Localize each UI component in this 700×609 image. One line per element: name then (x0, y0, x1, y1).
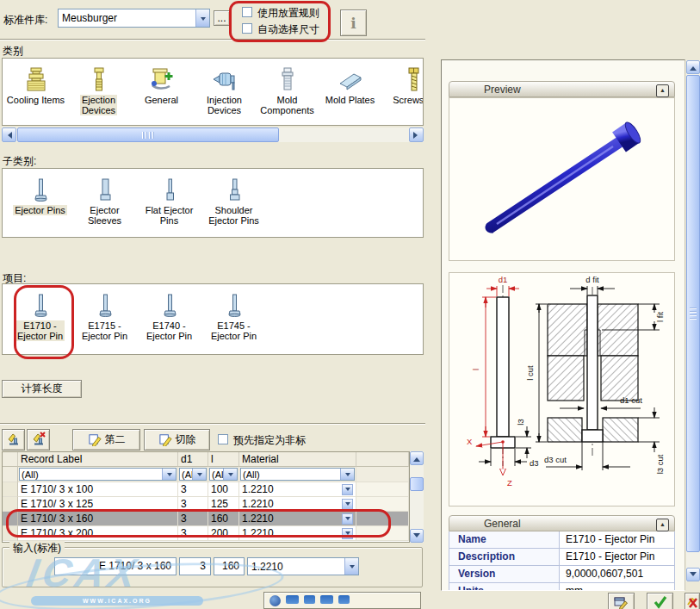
col-header-record[interactable]: Record Label (18, 452, 178, 467)
chevron-down-icon[interactable] (344, 558, 358, 575)
svg-text:l: l (471, 369, 480, 370)
edit-properties-button[interactable] (608, 593, 635, 609)
filter-d1[interactable]: (Al (179, 468, 207, 481)
table-scrollbar[interactable] (410, 451, 424, 543)
chevron-down-icon[interactable] (342, 484, 353, 495)
preview-3d-canvas[interactable] (449, 97, 675, 261)
remove-pin-button[interactable] (27, 429, 50, 451)
remove-pin-icon (31, 431, 46, 449)
material-select[interactable]: 1.2210 (247, 557, 359, 575)
flat-ejector-pin-icon (157, 171, 183, 202)
second-button-label: 第二 (105, 432, 126, 447)
ok-check-icon (653, 595, 667, 609)
subcategory-item-shoulder-ejector-pins[interactable]: ShoulderEjector Pins (201, 169, 266, 237)
panel-scrollbar[interactable] (686, 60, 700, 581)
separator (0, 423, 425, 425)
shoulder-ejector-pin-icon (221, 171, 247, 202)
scroll-left-icon[interactable] (2, 127, 16, 142)
general-title: General (484, 518, 521, 530)
category-item-screws[interactable]: Screws & (381, 59, 423, 125)
glyph-fragment (338, 595, 350, 604)
col-header-l[interactable]: l (208, 452, 239, 467)
chevron-down-icon[interactable] (340, 469, 354, 480)
preview-panel: Preview ▲ (441, 59, 685, 591)
scroll-right-icon[interactable] (409, 127, 424, 142)
auto-select-size-label: 自动选择尺寸 (257, 22, 319, 37)
second-icon (88, 432, 102, 449)
cut-button[interactable]: 切除 (144, 429, 210, 451)
browse-button[interactable]: ... (214, 10, 230, 26)
scrollbar-thumb[interactable] (17, 127, 279, 142)
category-label: 类别 (3, 44, 23, 59)
chevron-down-icon[interactable] (342, 528, 353, 539)
subcategory-item-ejector-sleeves[interactable]: EjectorSleeves (72, 169, 137, 237)
scrollbar-thumb[interactable] (410, 477, 424, 491)
library-select[interactable]: Meusburger (58, 9, 210, 28)
collapse-preview-button[interactable]: ▲ (656, 84, 669, 97)
scrollbar-thumb[interactable] (686, 75, 700, 552)
category-item-injection[interactable]: InjectionDevices (193, 59, 256, 125)
place-pin-button[interactable] (2, 429, 25, 451)
use-placement-rules-checkbox[interactable] (242, 7, 252, 17)
filter-material[interactable]: (All) (240, 468, 355, 481)
cutoff-window-fragment (263, 592, 421, 609)
table-row[interactable]: E 1710/ 3 x 200 3 200 1.2210 (3, 526, 409, 541)
scroll-up-icon[interactable] (686, 60, 700, 74)
ok-button[interactable] (647, 593, 673, 609)
glyph-fragment (304, 595, 315, 604)
scroll-down-icon[interactable] (410, 529, 424, 543)
nonstandard-checkbox[interactable] (218, 434, 228, 444)
info-icon: i (350, 15, 356, 32)
calc-length-button[interactable]: 计算长度 (2, 380, 82, 398)
scroll-down-icon[interactable] (686, 568, 700, 581)
item-e1710[interactable]: E1710 -Ejector Pin (8, 284, 72, 354)
chevron-down-icon[interactable] (192, 469, 206, 480)
table-row[interactable]: E 1710/ 3 x 125 3 125 1.2210 (3, 497, 409, 512)
l-field[interactable]: 160 (214, 557, 245, 575)
info-button[interactable]: i (340, 9, 367, 36)
size-table: Record Label d1 l Material (All) (Al (Al… (2, 451, 410, 543)
d1-field[interactable]: 3 (179, 557, 211, 575)
category-item-ejection[interactable]: EjectionDevices (67, 59, 130, 125)
e1715-pin-icon (92, 287, 118, 318)
edit-properties-icon (614, 595, 629, 609)
chevron-down-icon[interactable] (223, 469, 237, 480)
subcategory-item-ejector-pins[interactable]: Ejector Pins (8, 169, 72, 237)
scroll-up-icon[interactable] (410, 451, 424, 465)
chevron-down-icon[interactable] (195, 9, 209, 27)
category-item-cooling[interactable]: Cooling Items (4, 59, 67, 125)
svg-text:d3 cut: d3 cut (544, 455, 567, 464)
category-item-mold-components[interactable]: MoldComponents (256, 59, 319, 125)
filter-l[interactable]: (Al (209, 468, 238, 481)
chevron-down-icon[interactable] (342, 513, 353, 525)
ejector-sleeve-icon (92, 171, 118, 202)
chevron-down-icon[interactable] (342, 499, 353, 510)
svg-text:d1 cut: d1 cut (620, 395, 642, 405)
table-row-selected[interactable]: E 1710/ 3 x 160 3 160 1.2210 (3, 512, 409, 526)
table-row[interactable]: E 1710/ 3 x 100 3 100 1.2210 (3, 482, 409, 497)
ejector-pin-3d-image (449, 98, 674, 260)
col-header-material[interactable]: Material (239, 452, 356, 467)
item-e1740[interactable]: E1740 -Ejector Pin (137, 284, 201, 354)
category-scrollbar[interactable] (2, 127, 424, 142)
category-item-mold-plates[interactable]: Mold Plates (319, 59, 381, 125)
item-e1715[interactable]: E1715 -Ejector Pin (72, 284, 137, 354)
col-header-d1[interactable]: d1 (178, 452, 208, 467)
place-pin-icon (6, 431, 22, 449)
svg-text:l3 cut: l3 cut (655, 454, 665, 474)
second-button[interactable]: 第二 (72, 429, 140, 451)
category-item-general[interactable]: General (130, 59, 193, 125)
cancel-button[interactable] (685, 593, 700, 609)
auto-select-size-checkbox[interactable] (242, 23, 252, 34)
item-e1745[interactable]: E1745 -Ejector Pin (201, 284, 266, 354)
screws-icon (400, 61, 424, 92)
record-field[interactable]: E 1710/ 3 x 160 (54, 557, 177, 575)
filter-record[interactable]: (All) (19, 468, 177, 481)
injection-devices-icon (212, 61, 238, 92)
chevron-down-icon[interactable] (162, 469, 176, 480)
preview-header: Preview ▲ (449, 81, 675, 97)
ejection-devices-icon (86, 61, 112, 92)
subcategory-item-flat-ejector-pins[interactable]: Flat EjectorPins (137, 169, 201, 237)
use-placement-rules-label: 使用放置规则 (257, 6, 319, 21)
collapse-general-button[interactable]: ▲ (656, 519, 669, 531)
